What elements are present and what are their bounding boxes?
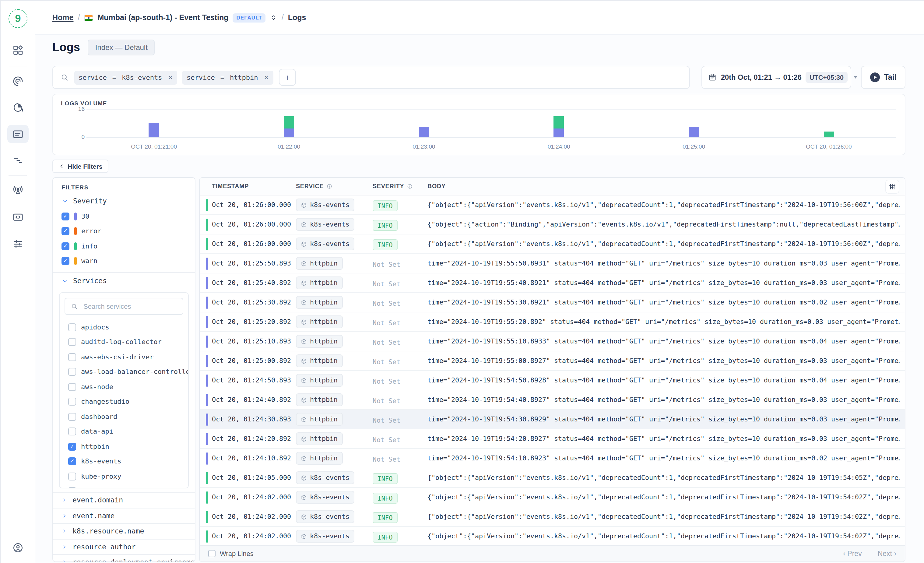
- chart-bar[interactable]: [688, 127, 699, 137]
- service-filter-item[interactable]: auditd-log-collector: [60, 335, 188, 350]
- chip-close-icon[interactable]: ×: [264, 74, 269, 81]
- services-search-input[interactable]: [82, 302, 177, 311]
- chart-bar[interactable]: [418, 127, 429, 137]
- log-row[interactable]: Oct 20, 01:24:40.892httpbinNot Settime="…: [200, 390, 905, 410]
- services-search[interactable]: [64, 298, 183, 315]
- service-filter-item[interactable]: aws-node: [60, 379, 188, 394]
- column-header-severity[interactable]: SEVERITY: [373, 183, 412, 189]
- log-row[interactable]: Oct 20, 01:25:40.892httpbinNot Settime="…: [200, 273, 905, 293]
- checkbox[interactable]: [68, 488, 76, 489]
- services-group-header[interactable]: Services: [53, 273, 195, 289]
- wrap-lines-checkbox[interactable]: [208, 550, 216, 557]
- service-filter-item[interactable]: apidocs: [60, 320, 188, 335]
- service-filter-item[interactable]: dashboard: [60, 409, 188, 424]
- sidebar-item-settings[interactable]: [7, 234, 28, 253]
- chart-bar[interactable]: [149, 123, 159, 137]
- checkbox[interactable]: [68, 383, 76, 391]
- log-row[interactable]: Oct 20, 01:25:30.892httpbinNot Settime="…: [200, 293, 905, 312]
- severity-filter-item[interactable]: ✓warn: [53, 254, 195, 269]
- checkbox[interactable]: [68, 323, 76, 331]
- column-header-body[interactable]: BODY: [428, 183, 446, 189]
- sidebar-item-services[interactable]: [7, 72, 28, 90]
- field-group-event-name[interactable]: event.name: [53, 508, 195, 524]
- log-row[interactable]: Oct 20, 01:24:10.892httpbinNot Settime="…: [200, 449, 905, 468]
- severity-filter-item[interactable]: ✓error: [53, 224, 195, 239]
- filter-chip[interactable]: service=httpbin×: [182, 71, 273, 84]
- log-row[interactable]: Oct 20, 01:24:30.893httpbinNot Settime="…: [200, 410, 905, 429]
- checkbox[interactable]: [68, 338, 76, 346]
- checkbox[interactable]: [68, 473, 76, 480]
- sidebar-item-alerts[interactable]: [7, 98, 28, 116]
- field-group-resource-deployment-environment[interactable]: resource_deployment_environment: [53, 555, 195, 562]
- checkbox[interactable]: [68, 353, 76, 361]
- service-filter-item[interactable]: data-api: [60, 424, 188, 439]
- filter-chip[interactable]: service=k8s-events×: [74, 71, 177, 84]
- log-row[interactable]: Oct 20, 01:24:50.893httpbinNot Settime="…: [200, 371, 905, 390]
- chip-value: k8s-events: [122, 74, 162, 81]
- next-page-button[interactable]: Next ›: [878, 550, 896, 557]
- hide-filters-button[interactable]: Hide Filters: [52, 159, 108, 173]
- log-row[interactable]: Oct 20, 01:25:50.893httpbinNot Settime="…: [200, 254, 905, 273]
- filters-panel: FILTERS Severity ✓30✓error✓info✓warn Ser…: [52, 177, 195, 562]
- log-row[interactable]: Oct 20, 01:25:10.893httpbinNot Settime="…: [200, 332, 905, 351]
- sidebar-item-integrations[interactable]: [7, 208, 28, 226]
- checkbox[interactable]: ✓: [68, 443, 76, 450]
- field-group-resource-author[interactable]: resource_author: [53, 539, 195, 555]
- checkbox[interactable]: ✓: [68, 458, 76, 465]
- chart-bar[interactable]: [824, 132, 834, 137]
- service-filter-item[interactable]: changestudio: [60, 394, 188, 409]
- account-icon[interactable]: [7, 538, 28, 557]
- log-row[interactable]: Oct 20, 01:26:00.000k8s-eventsINFO{"obje…: [200, 234, 905, 254]
- field-group-event-domain[interactable]: event.domain: [53, 492, 195, 508]
- log-row[interactable]: Oct 20, 01:24:02.000k8s-eventsINFO{"obje…: [200, 488, 905, 507]
- log-row[interactable]: Oct 20, 01:24:02.000k8s-eventsINFO{"obje…: [200, 507, 905, 527]
- sidebar-item-dashboard[interactable]: [7, 41, 28, 59]
- sidebar-item-logs[interactable]: [7, 125, 28, 143]
- column-settings-icon[interactable]: [886, 180, 899, 193]
- service-filter-item[interactable]: aws-ebs-csi-driver: [60, 350, 188, 365]
- column-header-service[interactable]: SERVICE: [296, 183, 332, 189]
- wrap-lines-toggle[interactable]: Wrap Lines: [208, 550, 254, 557]
- service-filter-item[interactable]: ✓k8s-events: [60, 454, 188, 469]
- service-name: httpbin: [310, 337, 338, 345]
- checkbox[interactable]: ✓: [62, 257, 69, 265]
- chart-bar[interactable]: [284, 116, 294, 137]
- log-row[interactable]: Oct 20, 01:26:00.000k8s-eventsINFO{"obje…: [200, 215, 905, 234]
- checkbox[interactable]: [68, 368, 76, 376]
- checkbox[interactable]: ✓: [62, 227, 69, 236]
- checkbox[interactable]: [68, 413, 76, 421]
- query-builder-bar[interactable]: service=k8s-events×service=httpbin× +: [52, 66, 690, 89]
- sidebar-item-broadcast[interactable]: [7, 182, 28, 200]
- breadcrumb-environment[interactable]: Mumbai (ap-south-1) - Event Testing: [98, 14, 228, 22]
- log-row[interactable]: Oct 20, 01:24:02.000k8s-eventsINFO{"obje…: [200, 527, 905, 545]
- log-row[interactable]: Oct 20, 01:25:00.892httpbinNot Settime="…: [200, 351, 905, 371]
- field-group-k8s-resource-name[interactable]: k8s.resource.name: [53, 524, 195, 539]
- severity-filter-item[interactable]: ✓30: [53, 209, 195, 224]
- breadcrumb-home[interactable]: Home: [52, 14, 74, 22]
- checkbox[interactable]: ✓: [62, 242, 69, 250]
- chart-bar[interactable]: [554, 116, 564, 137]
- log-row[interactable]: Oct 20, 01:25:20.892httpbinNot Settime="…: [200, 312, 905, 332]
- log-row[interactable]: Oct 20, 01:24:05.000k8s-eventsINFO{"obje…: [200, 468, 905, 488]
- index-badge[interactable]: Index — Default: [88, 40, 155, 56]
- prev-page-button[interactable]: ‹ Prev: [843, 550, 862, 557]
- service-filter-item[interactable]: kube-proxy: [60, 469, 188, 484]
- add-filter-button[interactable]: +: [279, 69, 296, 86]
- tail-button[interactable]: Tail: [861, 66, 905, 89]
- time-range-picker[interactable]: 20th Oct, 01:21 → 01:26 UTC+05:30: [702, 66, 851, 89]
- sidebar-item-traces[interactable]: [7, 151, 28, 169]
- chip-close-icon[interactable]: ×: [168, 74, 173, 81]
- service-filter-item[interactable]: kube-state-metrics: [60, 484, 188, 488]
- checkbox[interactable]: [68, 398, 76, 406]
- brand-logo[interactable]: 9: [9, 9, 27, 28]
- environment-switcher-icon[interactable]: [270, 14, 278, 21]
- severity-filter-item[interactable]: ✓info: [53, 239, 195, 254]
- checkbox[interactable]: ✓: [62, 213, 69, 221]
- log-row[interactable]: Oct 20, 01:24:20.892httpbinNot Settime="…: [200, 429, 905, 449]
- column-header-timestamp[interactable]: TIMESTAMP: [212, 183, 249, 189]
- service-filter-item[interactable]: ✓httpbin: [60, 439, 188, 454]
- checkbox[interactable]: [68, 428, 76, 436]
- service-filter-item[interactable]: aws-load-balancer-controller: [60, 365, 188, 379]
- severity-group-header[interactable]: Severity: [53, 193, 195, 209]
- log-row[interactable]: Oct 20, 01:26:00.000k8s-eventsINFO{"obje…: [200, 195, 905, 215]
